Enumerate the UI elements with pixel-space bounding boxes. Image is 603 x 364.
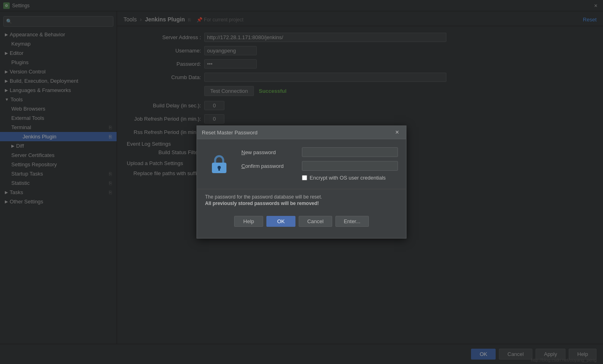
encrypt-label: Encrypt with OS user credentials xyxy=(310,175,386,181)
new-password-label: New password xyxy=(241,149,302,155)
confirm-password-input[interactable] xyxy=(302,161,398,171)
new-password-row: New password xyxy=(241,147,398,157)
modal-body: New password Confirm password Encrypt wi… xyxy=(197,139,406,189)
modal-help-button[interactable]: Help xyxy=(234,216,263,227)
modal-title: Reset Master Password xyxy=(202,130,258,136)
modal-info: The password for the password database w… xyxy=(197,189,406,211)
modal-overlay: Reset Master Password × xyxy=(0,0,603,364)
modal-ok-button[interactable]: OK xyxy=(266,216,295,227)
lock-icon-area xyxy=(205,147,233,181)
lock-icon xyxy=(208,153,230,176)
encrypt-checkbox[interactable] xyxy=(302,175,307,180)
confirm-password-underline: Confirm password xyxy=(241,163,284,169)
modal-close-button[interactable]: × xyxy=(393,128,401,136)
new-password-input[interactable] xyxy=(302,147,398,157)
confirm-password-row: Confirm password xyxy=(241,161,398,171)
modal-info-bold: All previously stored passwords will be … xyxy=(205,201,398,206)
modal-buttons: Help OK Cancel Enter... xyxy=(197,211,406,233)
confirm-password-label: Confirm password xyxy=(241,163,302,169)
svg-rect-2 xyxy=(218,168,220,171)
modal-title-bar: Reset Master Password × xyxy=(197,126,406,139)
reset-master-password-modal: Reset Master Password × xyxy=(197,126,406,238)
new-password-underline: New password xyxy=(241,149,276,155)
modal-info-text: The password for the password database w… xyxy=(205,194,322,200)
modal-enter-button[interactable]: Enter... xyxy=(335,216,369,227)
encrypt-checkbox-row: Encrypt with OS user credentials xyxy=(302,175,398,181)
modal-cancel-button[interactable]: Cancel xyxy=(299,216,332,227)
modal-form: New password Confirm password Encrypt wi… xyxy=(241,147,398,181)
